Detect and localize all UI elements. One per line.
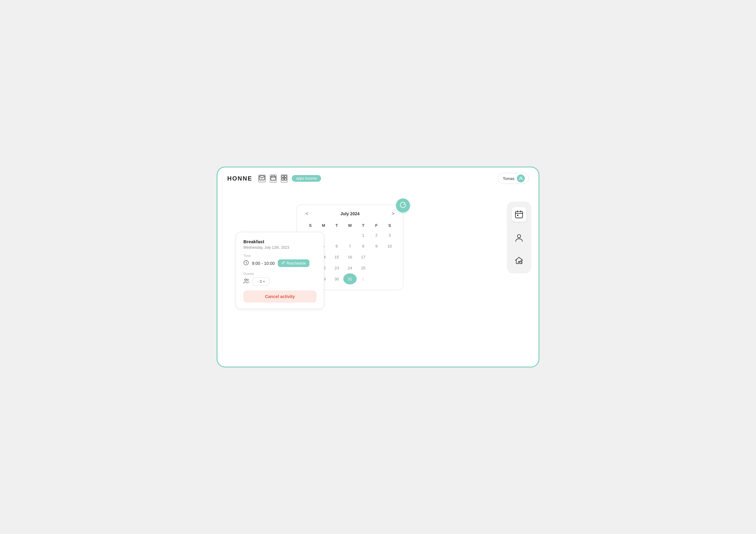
calendar-day[interactable]: 15 (330, 251, 343, 263)
guests-value: - 3 + (253, 278, 269, 285)
calendar-day[interactable]: 10 (383, 241, 396, 251)
calendar-day[interactable]: 2 (370, 230, 383, 241)
guests-label: Guests (243, 272, 316, 275)
calendar-day (383, 273, 396, 284)
user-name: Tomas (503, 176, 514, 181)
right-sidebar (507, 202, 531, 273)
guests-counter[interactable]: - 3 + (253, 277, 270, 286)
day-header-tue: T (330, 221, 343, 230)
svg-rect-3 (284, 175, 286, 177)
app-frame: HONNE apps income Tom (217, 166, 539, 368)
user-avatar (517, 174, 525, 182)
day-header-sun: S (304, 221, 317, 230)
calendar-day[interactable]: 17 (357, 251, 370, 263)
sidebar-calendar-button[interactable] (512, 207, 526, 222)
day-header-fri: F (370, 221, 383, 230)
apps-icon-btn[interactable] (281, 174, 287, 183)
calendar-day[interactable]: 16 (343, 251, 356, 263)
calendar-header: < July 2024 > (304, 210, 396, 217)
calendar-day[interactable]: 8 (357, 241, 370, 251)
calendar-day[interactable]: 3 (383, 230, 396, 241)
svg-point-9 (247, 279, 249, 280)
user-profile[interactable]: Tomas (498, 173, 529, 184)
sidebar-home-button[interactable] (512, 253, 526, 268)
edit-icon (282, 261, 285, 266)
calendar-day (370, 273, 383, 284)
day-header-thu: T (357, 221, 370, 230)
time-row: 9:00 - 10:00 Reschedule (243, 259, 316, 267)
refresh-button[interactable] (396, 198, 410, 213)
calendar-icon-btn[interactable] (270, 174, 277, 183)
refresh-icon (400, 202, 406, 210)
calendar-day (330, 230, 343, 241)
svg-rect-1 (271, 176, 276, 180)
calendar-day[interactable]: 7 (343, 241, 356, 251)
calendar-day (343, 230, 356, 241)
activity-date: Wednesday, July 12th, 2023 (243, 245, 316, 250)
svg-point-8 (245, 279, 246, 281)
svg-rect-2 (282, 175, 284, 177)
calendar-prev-button[interactable]: < (304, 210, 310, 217)
svg-rect-11 (517, 215, 518, 216)
day-header-mon: M (317, 221, 330, 230)
svg-rect-10 (515, 211, 523, 218)
activity-title: Breakfast (243, 239, 316, 244)
svg-point-12 (518, 234, 521, 238)
apps-income-button[interactable]: apps income (292, 175, 321, 182)
day-header-wed: W (343, 221, 356, 230)
calendar-day (370, 263, 383, 273)
sidebar-person-button[interactable] (512, 230, 526, 245)
calendar-day[interactable]: 9 (370, 241, 383, 251)
calendar-day[interactable]: 1 (357, 230, 370, 241)
guests-row: - 3 + (243, 277, 316, 286)
calendar-month-year: July 2024 (340, 211, 360, 216)
svg-rect-4 (282, 178, 284, 180)
cancel-activity-button[interactable]: Cancel activity (243, 291, 316, 303)
calendar-day[interactable]: 6 (330, 241, 343, 251)
clock-icon (243, 260, 249, 267)
calendar-day (383, 251, 396, 263)
calendar-day[interactable]: 25 (357, 263, 370, 273)
reschedule-button[interactable]: Reschedule (278, 259, 310, 267)
main-content: Breakfast Wednesday, July 12th, 2023 Tim… (217, 190, 539, 360)
reschedule-label: Reschedule (286, 261, 306, 266)
day-header-sat: S (383, 221, 396, 230)
calendar-day[interactable]: 23 (330, 263, 343, 273)
svg-point-6 (520, 177, 522, 179)
svg-rect-0 (259, 176, 265, 180)
guests-icon (243, 278, 250, 285)
activity-card: Breakfast Wednesday, July 12th, 2023 Tim… (236, 232, 324, 309)
calendar-day[interactable]: 31 (343, 273, 356, 284)
calendar-day (383, 263, 396, 273)
calendar-day[interactable]: 24 (343, 263, 356, 273)
header: HONNE apps income Tom (217, 167, 539, 190)
calendar-day[interactable]: 30 (330, 273, 343, 284)
time-label: Time (243, 254, 316, 258)
calendar-day: 1 (357, 273, 370, 284)
calendar-next-button[interactable]: > (390, 210, 396, 217)
mail-icon-btn[interactable] (258, 175, 266, 182)
time-value: 9:00 - 10:00 (252, 261, 275, 266)
svg-rect-5 (284, 178, 286, 180)
app-logo: HONNE (227, 175, 252, 182)
calendar-day (370, 251, 383, 263)
